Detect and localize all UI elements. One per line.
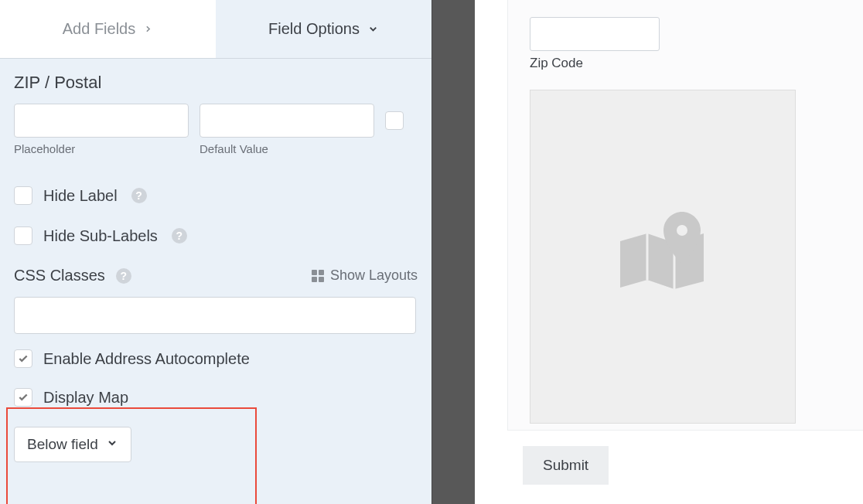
hide-label-checkbox[interactable]: [14, 186, 32, 205]
map-pin-icon: [612, 210, 713, 303]
tab-field-options[interactable]: Field Options: [216, 0, 432, 58]
hide-label-row: Hide Label ?: [14, 186, 418, 205]
form-preview-card: Zip Code: [507, 0, 863, 431]
tab-add-fields[interactable]: Add Fields: [0, 0, 216, 58]
enable-autocomplete-label: Enable Address Autocomplete: [43, 350, 250, 368]
pane-divider: [432, 0, 475, 504]
submit-button[interactable]: Submit: [523, 446, 609, 485]
help-icon[interactable]: ?: [172, 228, 187, 243]
chevron-down-icon: [106, 436, 118, 453]
zip-postal-section-label: ZIP / Postal: [14, 73, 418, 93]
map-placeholder: [530, 90, 796, 424]
css-classes-header: CSS Classes ? Show Layouts: [14, 267, 418, 284]
tab-add-fields-label: Add Fields: [63, 20, 136, 38]
default-value-extra-checkbox[interactable]: [385, 111, 404, 130]
form-preview: Zip Code Submit: [475, 0, 863, 504]
enable-autocomplete-row: Enable Address Autocomplete: [14, 349, 418, 368]
chevron-down-icon: [367, 23, 379, 35]
default-value-column: Default Value: [200, 104, 374, 155]
hide-sublabels-checkbox[interactable]: [14, 226, 32, 245]
display-map-label: Display Map: [43, 389, 128, 407]
submit-button-label: Submit: [543, 457, 588, 474]
zip-input[interactable]: [530, 17, 660, 51]
field-options-sidebar: Add Fields Field Options ZIP / Postal Pl…: [0, 0, 432, 504]
sidebar-tabs: Add Fields Field Options: [0, 0, 432, 59]
zip-field: Zip Code: [530, 17, 841, 71]
css-classes-input[interactable]: [14, 297, 416, 334]
placeholder-column: Placeholder: [14, 104, 189, 155]
show-layouts-button[interactable]: Show Layouts: [312, 267, 418, 284]
svg-point-2: [677, 225, 687, 236]
css-classes-label-wrap: CSS Classes ?: [14, 267, 131, 284]
zip-label: Zip Code: [530, 56, 841, 71]
help-icon[interactable]: ?: [131, 188, 147, 203]
show-layouts-label: Show Layouts: [330, 267, 418, 284]
display-map-checkbox[interactable]: [14, 388, 32, 407]
chevron-right-icon: [143, 24, 153, 34]
hide-sublabels-text: Hide Sub-Labels: [43, 227, 158, 245]
map-position-value: Below field: [27, 436, 98, 453]
map-position-dropdown[interactable]: Below field: [14, 427, 131, 462]
css-classes-label: CSS Classes: [14, 267, 105, 284]
default-value-sublabel: Default Value: [200, 142, 374, 155]
help-icon[interactable]: ?: [116, 268, 131, 284]
placeholder-input[interactable]: [14, 104, 189, 138]
grid-icon: [312, 270, 324, 282]
placeholder-default-row: Placeholder Default Value: [14, 104, 418, 155]
hide-label-text: Hide Label: [43, 187, 118, 205]
hide-sublabels-row: Hide Sub-Labels ?: [14, 226, 418, 245]
display-map-row: Display Map: [14, 388, 418, 407]
enable-autocomplete-checkbox[interactable]: [14, 349, 32, 368]
default-value-input[interactable]: [200, 104, 374, 138]
tab-field-options-label: Field Options: [268, 20, 360, 38]
field-options-panel: ZIP / Postal Placeholder Default Value H…: [0, 59, 432, 504]
placeholder-sublabel: Placeholder: [14, 142, 189, 155]
submit-area: Submit: [475, 431, 863, 485]
